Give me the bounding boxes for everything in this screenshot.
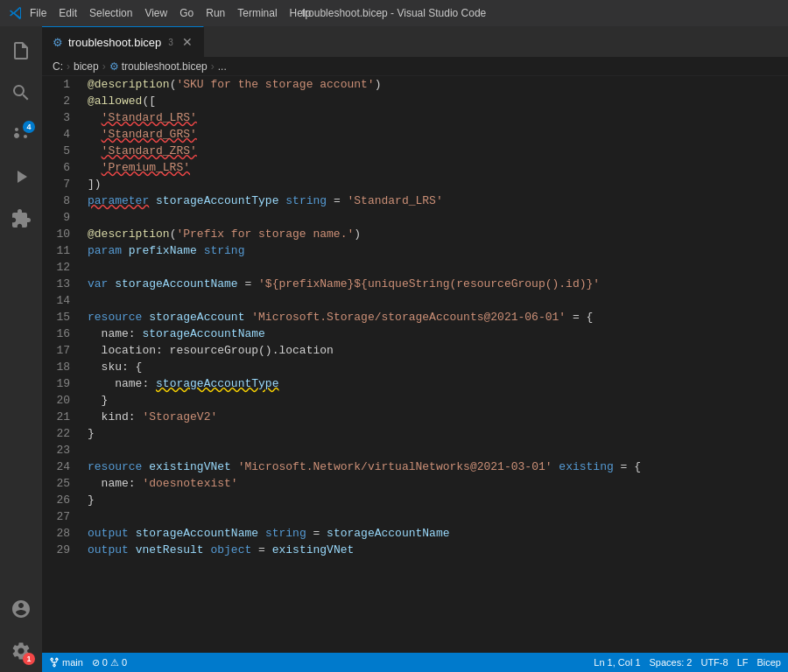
source-control-badge: 4 (23, 121, 35, 133)
code-line-16: 16 name: storageAccountName (42, 326, 788, 342)
code-line-1: 1 @description('SKU for the storage acco… (42, 76, 788, 93)
code-editor[interactable]: 1 @description('SKU for the storage acco… (42, 76, 788, 653)
code-line-15: 15 resource storageAccount 'Microsoft.St… (42, 309, 788, 326)
line-content-1: @description('SKU for the storage accoun… (84, 76, 788, 93)
menu-file[interactable]: File (30, 7, 46, 19)
line-content-10: @description('Prefix for storage name.') (84, 226, 788, 242)
error-count: 0 (102, 657, 108, 668)
line-number-6: 6 (42, 159, 84, 176)
code-line-2: 2 @allowed([ (42, 93, 788, 109)
line-number-10: 10 (42, 226, 84, 242)
line-content-24: resource existingVNet 'Microsoft.Network… (84, 458, 788, 475)
menu-view[interactable]: View (144, 7, 167, 19)
code-line-20: 20 } (42, 392, 788, 409)
breadcrumb-file[interactable]: ⚙ troubleshoot.bicep (109, 60, 208, 73)
status-errors[interactable]: ⊘ 0 ⚠ 0 (92, 657, 127, 668)
line-content-3: 'Standard_LRS' (84, 109, 788, 126)
activity-icon-source-control[interactable]: 4 (0, 114, 42, 156)
code-line-25: 25 name: 'doesnotexist' (42, 475, 788, 492)
code-line-14: 14 (42, 292, 788, 309)
breadcrumb-folder[interactable]: bicep (74, 60, 99, 73)
code-line-8: 8 parameter storageAccountType string = … (42, 192, 788, 209)
line-number-29: 29 (42, 542, 84, 558)
warning-icon: ⚠ (110, 657, 119, 668)
activity-icon-account[interactable] (0, 588, 42, 630)
warning-count: 0 (122, 657, 127, 668)
code-line-10: 10 @description('Prefix for storage name… (42, 226, 788, 242)
vscode-logo-icon (9, 6, 23, 20)
code-line-27: 27 (42, 508, 788, 525)
status-branch[interactable]: main (49, 657, 83, 668)
line-number-22: 22 (42, 425, 84, 442)
line-content-7: ]) (84, 176, 788, 192)
line-number-15: 15 (42, 309, 84, 326)
line-number-21: 21 (42, 409, 84, 425)
line-number-25: 25 (42, 475, 84, 492)
line-number-19: 19 (42, 375, 84, 392)
status-spaces[interactable]: Spaces: 2 (650, 657, 693, 668)
encoding-label: UTF-8 (700, 657, 728, 668)
line-number-14: 14 (42, 292, 84, 309)
code-line-12: 12 (42, 259, 788, 276)
code-line-5: 5 'Standard_ZRS' (42, 143, 788, 159)
activity-icon-search[interactable] (0, 72, 42, 114)
line-number-5: 5 (42, 143, 84, 159)
status-position[interactable]: Ln 1, Col 1 (594, 657, 640, 668)
code-line-29: 29 output vnetResult object = existingVN… (42, 542, 788, 558)
bicep-file-icon: ⚙ (53, 36, 63, 49)
breadcrumb-ellipsis[interactable]: ... (218, 60, 227, 73)
code-line-13: 13 var storageAccountName = '${prefixNam… (42, 276, 788, 292)
line-content-6: 'Premium_LRS' (84, 159, 788, 176)
error-icon: ⊘ (92, 657, 100, 668)
position-label: Ln 1, Col 1 (594, 657, 640, 668)
language-label: Bicep (756, 657, 781, 668)
tab-close-button[interactable]: ✕ (182, 35, 193, 49)
line-content-20: } (84, 392, 788, 409)
tab-troubleshoot-bicep[interactable]: ⚙ troubleshoot.bicep 3 ✕ (42, 26, 204, 57)
tab-bar: ⚙ troubleshoot.bicep 3 ✕ (42, 26, 788, 57)
line-content-15: resource storageAccount 'Microsoft.Stora… (84, 309, 788, 326)
line-number-13: 13 (42, 276, 84, 292)
activity-icon-run[interactable] (0, 156, 42, 198)
line-content-17: location: resourceGroup().location (84, 342, 788, 359)
line-number-20: 20 (42, 392, 84, 409)
line-number-7: 7 (42, 176, 84, 192)
line-number-17: 17 (42, 342, 84, 359)
activity-icon-settings[interactable]: 1 (0, 630, 42, 672)
menu-run[interactable]: Run (206, 7, 225, 19)
line-content-2: @allowed([ (84, 93, 788, 109)
menu-go[interactable]: Go (179, 7, 193, 19)
line-number-9: 9 (42, 209, 84, 226)
status-line-ending[interactable]: LF (737, 657, 749, 668)
status-language[interactable]: Bicep (756, 657, 781, 668)
code-line-26: 26 } (42, 492, 788, 508)
line-number-12: 12 (42, 259, 84, 276)
menu-terminal[interactable]: Terminal (237, 7, 277, 19)
line-content-9 (84, 209, 788, 226)
code-line-6: 6 'Premium_LRS' (42, 159, 788, 176)
line-content-8: parameter storageAccountType string = 'S… (84, 192, 788, 209)
title-bar-left: File Edit Selection View Go Run Terminal… (9, 6, 311, 20)
settings-badge: 1 (23, 653, 35, 665)
activity-icon-explorer[interactable] (0, 30, 42, 72)
code-line-28: 28 output storageAccountName string = st… (42, 525, 788, 542)
line-number-3: 3 (42, 109, 84, 126)
menu-edit[interactable]: Edit (59, 7, 77, 19)
activity-icon-extensions[interactable] (0, 198, 42, 240)
breadcrumb-file-icon: ⚙ (109, 60, 119, 73)
tab-number: 3 (168, 38, 173, 47)
line-content-21: kind: 'StorageV2' (84, 409, 788, 425)
line-content-23 (84, 442, 788, 458)
menu-bar: File Edit Selection View Go Run Terminal… (30, 7, 311, 19)
window-title: troubleshoot.bicep - Visual Studio Code (302, 7, 487, 19)
line-ending-label: LF (737, 657, 749, 668)
activity-bar: 4 1 (0, 26, 42, 672)
editor-area: ⚙ troubleshoot.bicep 3 ✕ C: › bicep › ⚙ … (42, 26, 788, 672)
code-line-17: 17 location: resourceGroup().location (42, 342, 788, 359)
status-encoding[interactable]: UTF-8 (700, 657, 728, 668)
branch-icon (49, 657, 60, 668)
line-content-11: param prefixName string (84, 242, 788, 259)
code-line-21: 21 kind: 'StorageV2' (42, 409, 788, 425)
breadcrumb-drive[interactable]: C: (53, 60, 63, 73)
menu-selection[interactable]: Selection (89, 7, 132, 19)
